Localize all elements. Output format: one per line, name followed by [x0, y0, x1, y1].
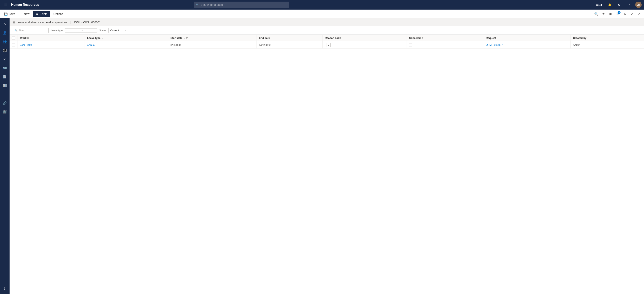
main-layout: ⌂ 👤 👥 👨‍👩‍👧 ☑ 🪪 📄 📊 ☰ 🔗 🏢 [0, 18, 644, 294]
sidebar-item-tasks[interactable]: ☑ [1, 55, 9, 63]
sidebar-item-list[interactable]: ☰ [1, 90, 9, 98]
info-icon: ℹ [4, 287, 5, 290]
notification-badge: 0 [618, 11, 620, 14]
status-select[interactable]: Current ∨ [108, 28, 140, 33]
leave-type-cell[interactable]: Annual [84, 41, 168, 49]
save-icon: 💾 [4, 12, 8, 16]
reason-code-column-header[interactable]: Reason code [322, 35, 406, 41]
toolbar-search-button[interactable]: 🔍 [593, 11, 600, 17]
sidebar-item-person[interactable]: 👤 [1, 29, 9, 37]
new-label: New [24, 12, 30, 16]
request-column-header[interactable]: Request [484, 35, 570, 41]
fullscreen-icon: ⤢ [631, 12, 634, 16]
search-icon: 🔍 [196, 4, 199, 6]
start-date-sort-icon: ↑ [184, 37, 185, 39]
sidebar-item-reports[interactable]: 📊 [1, 81, 9, 89]
end-date-column-header[interactable]: End date [256, 35, 322, 41]
leave-type-chevron-icon: ∨ [82, 29, 95, 32]
leave-type-column-header[interactable]: Leave type ↑ [84, 35, 168, 41]
leave-type-sort-icon: ↑ [102, 37, 103, 39]
select-all-header[interactable] [10, 35, 18, 41]
canceled-filter-icon: ▽ [422, 37, 423, 39]
breadcrumb-separator: | [70, 21, 71, 24]
canceled-column-header[interactable]: Canceled ▽ [406, 35, 484, 41]
save-button[interactable]: 💾 Save [2, 11, 18, 17]
team-icon: 👥 [3, 40, 7, 44]
docs-icon: 📄 [3, 75, 7, 79]
connections-icon: 🔗 [3, 101, 7, 105]
settings-icon: ⚙ [618, 3, 620, 6]
request-cell[interactable]: USMF-000097 [484, 41, 570, 49]
close-button[interactable]: ✕ [636, 11, 642, 17]
left-sidebar: ⌂ 👤 👥 👨‍👩‍👧 ☑ 🪪 📄 📊 ☰ 🔗 🏢 [0, 18, 10, 294]
content-area: ⊟ Leave and absence accrual suspensions … [10, 18, 644, 294]
canceled-cell[interactable] [406, 41, 484, 49]
status-value: Current [110, 29, 124, 32]
fullscreen-button[interactable]: ⤢ [629, 11, 635, 17]
settings-button[interactable]: ⚙ [616, 2, 622, 8]
panel-icon: ▣ [609, 12, 612, 16]
user-avatar[interactable]: JH [635, 2, 642, 8]
worker-cell[interactable]: Jodi Hicks [18, 41, 85, 49]
sidebar-item-team[interactable]: 👥 [1, 38, 9, 45]
sidebar-item-badge[interactable]: 🪪 [1, 64, 9, 72]
canceled-checkbox[interactable] [409, 43, 412, 46]
sidebar-item-home[interactable]: ⌂ [1, 20, 9, 28]
hamburger-menu-button[interactable]: ☰ [2, 2, 9, 8]
page-filter-icon[interactable]: ⊟ [13, 21, 15, 24]
bell-icon: 🔔 [608, 3, 611, 6]
new-icon: + [21, 12, 23, 16]
worker-column-header[interactable]: Worker ↑ [18, 35, 85, 41]
list-icon: ☰ [4, 92, 6, 96]
created-by-column-header[interactable]: Created by [570, 35, 644, 41]
groups-icon: 👨‍👩‍👧 [3, 48, 7, 52]
page-title: Leave and absence accrual suspensions [17, 21, 67, 24]
toolbar-right-actions: 🔍 ★ ▣ ☰ 0 ↻ ⤢ ✕ [593, 11, 642, 17]
filter-row: 🔍 Leave type ∨ Status Current ∨ [10, 26, 644, 35]
sidebar-item-groups[interactable]: 👨‍👩‍👧 [1, 46, 9, 54]
leave-type-select[interactable]: ∨ [65, 28, 97, 33]
panel-toggle-button[interactable]: ▣ [608, 11, 614, 17]
top-navigation: ☰ Human Resources 🔍 USMF 🔔 ⚙ ? JH [0, 0, 644, 10]
row-checkbox[interactable] [12, 43, 15, 46]
table-row: Jodi Hicks Annual 8/3/2020 8/28/2020 ∨ U… [10, 41, 644, 49]
select-all-checkbox[interactable] [12, 36, 15, 40]
toolbar-search-icon: 🔍 [594, 12, 598, 16]
start-date-cell: 8/3/2020 [168, 41, 256, 49]
reason-code-dropdown[interactable]: ∨ [326, 43, 330, 47]
start-date-column-header[interactable]: Start date ↑ ▽ [168, 35, 256, 41]
options-label: Options [54, 12, 63, 16]
table-header-row: Worker ↑ Leave type ↑ Start date ↑ ▽ [10, 35, 644, 41]
delete-button[interactable]: 🗑 Delete [33, 11, 50, 17]
bookmark-button[interactable]: ★ [600, 11, 606, 17]
close-icon: ✕ [638, 12, 640, 16]
options-button[interactable]: Options [51, 11, 66, 17]
notification-count-button[interactable]: ☰ 0 [614, 11, 621, 17]
refresh-icon: ↻ [624, 12, 626, 16]
row-select-cell[interactable] [10, 41, 18, 49]
global-search-bar[interactable]: 🔍 [194, 2, 289, 8]
help-button[interactable]: ? [626, 2, 632, 8]
start-date-filter-icon: ▽ [186, 37, 188, 39]
new-button[interactable]: + New [18, 11, 32, 17]
reports-icon: 📊 [3, 83, 7, 87]
help-icon: ? [628, 3, 630, 6]
sidebar-item-connections[interactable]: 🔗 [1, 99, 9, 107]
notifications-button[interactable]: 🔔 [606, 2, 613, 8]
sidebar-item-orgchart[interactable]: 🏢 [1, 108, 9, 116]
sidebar-item-docs[interactable]: 📄 [1, 73, 9, 81]
refresh-button[interactable]: ↻ [622, 11, 628, 17]
search-input[interactable] [200, 3, 287, 6]
filter-search-box[interactable]: 🔍 [13, 28, 48, 33]
bookmark-icon: ★ [602, 12, 605, 16]
filter-input[interactable] [19, 29, 46, 32]
reason-code-cell[interactable]: ∨ [322, 41, 406, 49]
sidebar-item-info[interactable]: ℹ [1, 284, 9, 292]
worker-sort-icon: ↑ [30, 37, 32, 39]
save-label: Save [9, 12, 15, 16]
person-icon: 👤 [3, 31, 7, 35]
data-table-container: Worker ↑ Leave type ↑ Start date ↑ ▽ [10, 35, 644, 294]
page-header: ⊟ Leave and absence accrual suspensions … [10, 18, 644, 26]
badge-icon: 🪪 [3, 66, 7, 70]
leave-type-label: Leave type [51, 29, 63, 32]
